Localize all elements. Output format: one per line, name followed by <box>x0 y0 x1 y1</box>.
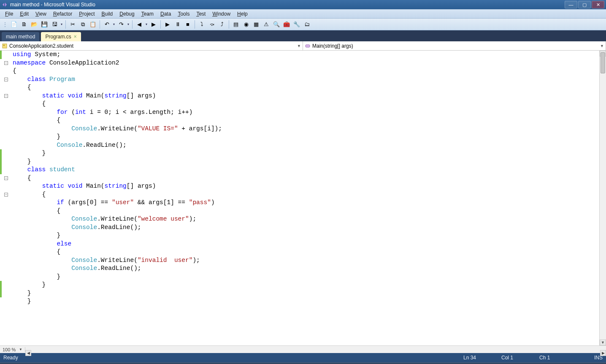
stop-icon[interactable]: ■ <box>183 20 192 29</box>
code-line[interactable]: class Program <box>13 75 599 84</box>
output-icon[interactable]: ▦ <box>252 20 261 29</box>
code-line[interactable]: { <box>13 116 599 125</box>
scroll-left-button[interactable]: ◀ <box>25 350 31 356</box>
new-file-icon[interactable]: 🗎 <box>19 20 29 29</box>
toolbar-separator <box>195 20 195 29</box>
svg-rect-2 <box>306 45 310 47</box>
code-line[interactable]: } <box>13 133 599 141</box>
toolbox-icon[interactable]: 🧰 <box>282 20 291 29</box>
maximize-button[interactable]: ▢ <box>578 1 591 8</box>
menu-refactor[interactable]: Refactor <box>50 10 76 18</box>
scroll-thumb[interactable] <box>601 52 605 73</box>
code-line[interactable]: } <box>13 281 599 289</box>
close-tab-icon[interactable]: × <box>74 34 77 40</box>
code-line[interactable]: { <box>13 67 599 75</box>
nav-back-icon-dropdown[interactable]: ▾ <box>145 20 148 29</box>
code-area[interactable]: using System;namespace ConsoleApplicatio… <box>11 51 599 345</box>
immediate-icon[interactable]: ▤ <box>231 20 241 29</box>
code-line[interactable]: class student <box>13 166 599 174</box>
scroll-down-button[interactable]: ▼ <box>600 340 606 345</box>
change-mark <box>0 51 2 59</box>
code-line[interactable]: namespace ConsoleApplication2 <box>13 59 599 67</box>
copy-icon[interactable]: ⧉ <box>78 20 87 29</box>
toolbar-separator <box>229 20 229 29</box>
fold-toggle[interactable]: − <box>4 176 8 180</box>
menu-file[interactable]: File <box>2 10 16 18</box>
menu-view[interactable]: View <box>32 10 50 18</box>
code-line[interactable]: Console.WriteLine("welcome user"); <box>13 215 599 224</box>
code-line[interactable]: Console.ReadLine(); <box>13 264 599 273</box>
nav-fwd-icon[interactable]: ▶ <box>149 20 158 29</box>
step-into-icon[interactable]: ⤵ <box>197 20 206 29</box>
scroll-right-button[interactable]: ▶ <box>600 350 606 356</box>
minimize-button[interactable]: — <box>565 1 577 8</box>
menu-test[interactable]: Test <box>193 10 209 18</box>
paste-icon[interactable]: 📋 <box>88 20 97 29</box>
solution-explorer-icon[interactable]: 🗂 <box>302 20 311 29</box>
undo-icon[interactable]: ↶ <box>102 20 111 29</box>
save-all-icon[interactable]: 🖫 <box>50 20 59 29</box>
pause-icon[interactable]: ⏸ <box>173 20 182 29</box>
code-line[interactable]: } <box>13 289 599 298</box>
tab-main-method[interactable]: main method <box>2 32 39 41</box>
cut-icon[interactable]: ✂ <box>68 20 77 29</box>
tab-program-cs[interactable]: Program.cs× <box>41 32 81 41</box>
nav-back-icon[interactable]: ◀ <box>135 20 144 29</box>
breakpoints-icon[interactable]: ◉ <box>241 20 251 29</box>
open-file-icon[interactable]: 📂 <box>30 20 39 29</box>
code-line[interactable]: } <box>13 158 599 166</box>
code-line[interactable]: { <box>13 191 599 199</box>
zoom-value: 100 % <box>3 347 16 352</box>
redo-icon-dropdown[interactable]: ▾ <box>127 20 130 29</box>
new-project-icon[interactable]: 📄 <box>9 20 19 29</box>
menu-edit[interactable]: Edit <box>16 10 32 18</box>
code-line[interactable]: Console.ReadLine(); <box>13 224 599 232</box>
code-line[interactable]: Console.ReadLine(); <box>13 141 599 150</box>
menu-data[interactable]: Data <box>157 10 174 18</box>
code-line[interactable]: } <box>13 232 599 240</box>
code-line[interactable]: Console.WriteLine("VALUE IS=" + args[i])… <box>13 125 599 133</box>
menu-project[interactable]: Project <box>76 10 98 18</box>
save-icon[interactable]: 💾 <box>40 20 49 29</box>
find-icon[interactable]: 🔍 <box>272 20 281 29</box>
step-out-icon[interactable]: ⤴ <box>217 20 227 29</box>
code-line[interactable]: { <box>13 207 599 216</box>
class-dropdown[interactable]: ConsoleApplication2.student ▼ <box>0 41 303 50</box>
zoom-control[interactable]: 100 % ▼ <box>0 347 25 352</box>
code-line[interactable]: for (int i = 0; i < args.Length; i++) <box>13 108 599 117</box>
menu-team[interactable]: Team <box>138 10 157 18</box>
menu-tools[interactable]: Tools <box>174 10 193 18</box>
code-line[interactable]: } <box>13 297 599 306</box>
fold-toggle[interactable]: − <box>4 193 8 197</box>
code-line[interactable]: static void Main(string[] args) <box>13 92 599 100</box>
fold-toggle[interactable]: − <box>4 61 8 65</box>
error-list-icon[interactable]: ⚠ <box>262 20 271 29</box>
fold-toggle[interactable]: − <box>4 78 8 81</box>
menu-debug[interactable]: Debug <box>116 10 138 18</box>
properties-icon[interactable]: 🔧 <box>292 20 301 29</box>
menu-build[interactable]: Build <box>98 10 116 18</box>
menu-help[interactable]: Help <box>234 10 251 18</box>
code-line[interactable]: } <box>13 149 599 158</box>
code-line[interactable]: } <box>13 273 599 281</box>
code-line[interactable]: { <box>13 84 599 92</box>
code-line[interactable]: { <box>13 100 599 108</box>
code-line[interactable]: { <box>13 174 599 183</box>
status-ins: INS <box>577 355 603 361</box>
code-line[interactable]: using System; <box>13 51 599 59</box>
undo-icon-dropdown[interactable]: ▾ <box>112 20 116 29</box>
code-line[interactable]: { <box>13 248 599 256</box>
member-dropdown[interactable]: Main(string[] args) ▼ <box>303 41 606 50</box>
start-debug-icon[interactable]: ▶ <box>163 20 172 29</box>
save-all-icon-dropdown[interactable]: ▾ <box>60 20 63 29</box>
code-line[interactable]: Console.WriteLine("invalid user"); <box>13 256 599 265</box>
code-line[interactable]: if (args[0] == "user" && args[1] == "pas… <box>13 199 599 207</box>
step-over-icon[interactable]: ⤼ <box>207 20 216 29</box>
vertical-scrollbar[interactable]: ▲ ▼ <box>599 51 606 345</box>
code-line[interactable]: else <box>13 240 599 248</box>
close-window-button[interactable]: ✕ <box>592 1 604 8</box>
fold-toggle[interactable]: − <box>4 94 8 98</box>
code-line[interactable]: static void Main(string[] args) <box>13 182 599 191</box>
menu-window[interactable]: Window <box>209 10 234 18</box>
redo-icon[interactable]: ↷ <box>116 20 126 29</box>
